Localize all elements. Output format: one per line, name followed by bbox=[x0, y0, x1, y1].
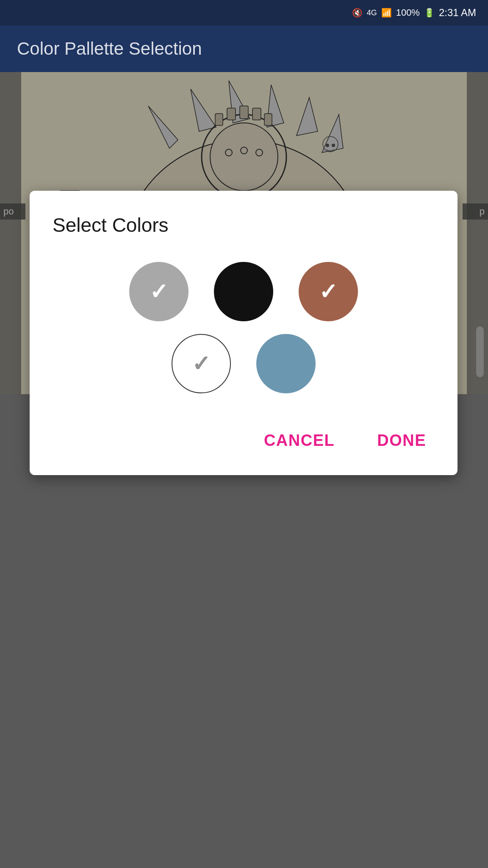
white-checkmark: ✓ bbox=[192, 353, 211, 375]
signal-icon: 📶 bbox=[381, 8, 392, 18]
status-bar-right: 🔇 4G 📶 100% 🔋 2:31 AM bbox=[352, 7, 476, 19]
color-circle-white[interactable]: ✓ bbox=[172, 334, 231, 393]
page-title: Color Pallette Selection bbox=[17, 39, 202, 59]
gray-checkmark: ✓ bbox=[150, 281, 168, 303]
mute-icon: 🔇 bbox=[352, 8, 363, 18]
brown-checkmark: ✓ bbox=[319, 281, 338, 303]
network-icon: 4G bbox=[367, 8, 377, 17]
colors-grid: ✓ ✓ ✓ bbox=[53, 262, 435, 393]
app-header: Color Pallette Selection bbox=[0, 25, 488, 72]
color-circle-brown[interactable]: ✓ bbox=[299, 262, 358, 321]
color-selection-dialog: Select Colors ✓ ✓ ✓ bbox=[30, 191, 458, 475]
dialog-buttons: CANCEL DONE bbox=[53, 427, 435, 454]
content-area: po p Select Colors ✓ ✓ bbox=[0, 72, 488, 868]
cancel-button[interactable]: CANCEL bbox=[255, 427, 343, 454]
status-bar: 🔇 4G 📶 100% 🔋 2:31 AM bbox=[0, 0, 488, 25]
colors-row-1: ✓ ✓ bbox=[129, 262, 358, 321]
color-circle-black[interactable] bbox=[214, 262, 273, 321]
battery-level: 100% bbox=[396, 7, 420, 18]
done-button[interactable]: DONE bbox=[369, 427, 435, 454]
color-circle-gray[interactable]: ✓ bbox=[129, 262, 189, 321]
time-display: 2:31 AM bbox=[439, 7, 476, 19]
colors-row-2: ✓ bbox=[172, 334, 316, 393]
battery-icon: 🔋 bbox=[424, 8, 435, 18]
color-circle-blue[interactable] bbox=[256, 334, 316, 393]
dialog-title: Select Colors bbox=[53, 214, 435, 236]
